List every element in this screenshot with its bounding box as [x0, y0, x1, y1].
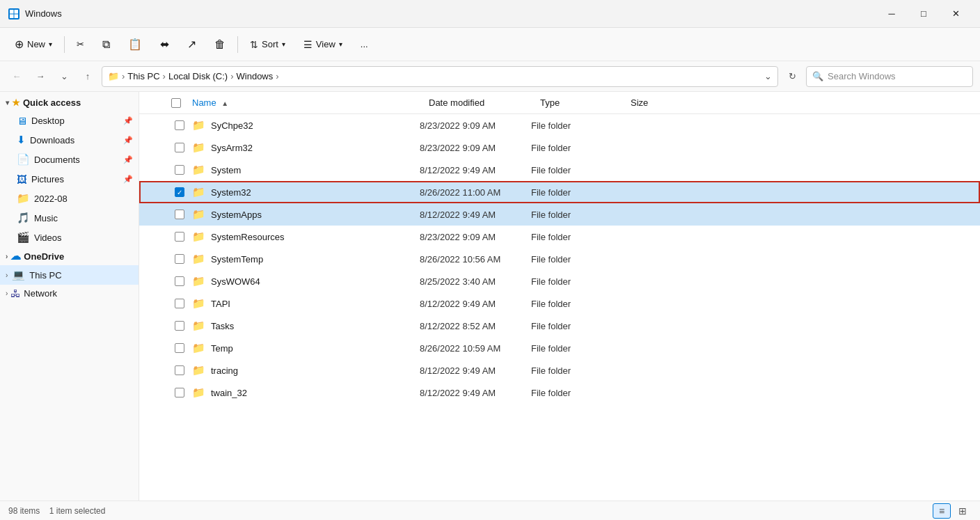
table-row[interactable]: 📁 Tasks 8/12/2022 8:52 AM File folder	[139, 315, 980, 337]
delete-button[interactable]: 🗑	[207, 33, 233, 56]
year-folder-label: 2022-08	[34, 194, 133, 204]
search-placeholder: Search Windows	[828, 71, 896, 81]
search-icon: 🔍	[812, 71, 823, 81]
row-checkbox-box[interactable]	[175, 232, 184, 242]
forward-button[interactable]: →	[31, 67, 50, 86]
column-date[interactable]: Date modified	[429, 97, 540, 108]
table-row[interactable]: 📁 SysWOW64 8/25/2022 3:40 AM File folder	[139, 270, 980, 292]
row-checkbox[interactable]	[171, 388, 188, 397]
onedrive-label: OneDrive	[24, 251, 64, 262]
table-row[interactable]: 📁 SystemTemp 8/26/2022 10:56 AM File fol…	[139, 248, 980, 270]
onedrive-header[interactable]: › ☁ OneDrive	[0, 247, 139, 265]
year-folder-icon: 📁	[17, 192, 30, 205]
column-type[interactable]: Type	[540, 97, 631, 108]
table-row[interactable]: 📁 SystemApps 8/12/2022 9:49 AM File fold…	[139, 203, 980, 226]
column-name-label: Name	[192, 97, 216, 108]
minimize-button[interactable]: ─	[876, 3, 908, 25]
search-bar[interactable]: 🔍 Search Windows	[806, 66, 973, 87]
share-button[interactable]: ↗	[180, 33, 204, 56]
paste-button[interactable]: 📋	[120, 33, 150, 56]
table-row[interactable]: 📁 System 8/12/2022 9:49 AM File folder	[139, 159, 980, 181]
sidebar-item-downloads[interactable]: ⬇ Downloads 📌	[0, 130, 139, 150]
folder-icon: 📁	[192, 208, 205, 221]
row-checkbox[interactable]	[171, 165, 188, 175]
cut-icon: ✂	[77, 39, 84, 49]
row-checkbox-box[interactable]: ✓	[175, 187, 184, 197]
sidebar-item-thispc[interactable]: › 💻 This PC	[0, 265, 139, 285]
sort-button[interactable]: ⇅ Sort ▾	[242, 33, 293, 56]
file-date: 8/12/2022 9:49 AM	[420, 299, 531, 309]
thispc-icon: 💻	[12, 269, 25, 281]
table-row[interactable]: 📁 SyChpe32 8/23/2022 9:09 AM File folder	[139, 114, 980, 136]
table-row[interactable]: 📁 tracing 8/12/2022 9:49 AM File folder	[139, 359, 980, 381]
recent-locations-button[interactable]: ⌄	[54, 67, 74, 86]
file-type: File folder	[531, 143, 622, 153]
row-checkbox-box[interactable]	[175, 254, 184, 264]
documents-icon: 📄	[17, 153, 30, 166]
row-checkbox[interactable]	[171, 276, 188, 286]
sidebar-item-music[interactable]: 🎵 Music	[0, 208, 139, 228]
onedrive-chevron-icon: ›	[6, 253, 8, 260]
table-row[interactable]: 📁 SysArm32 8/23/2022 9:09 AM File folder	[139, 136, 980, 159]
sidebar-item-year-folder[interactable]: 📁 2022-08	[0, 189, 139, 208]
row-checkbox[interactable]	[171, 365, 188, 375]
table-row[interactable]: ✓ 📁 System32 8/26/2022 11:00 AM File fol…	[139, 181, 980, 203]
list-view-button[interactable]: ≡	[933, 503, 951, 519]
view-button[interactable]: ☰ View ▾	[296, 33, 350, 56]
sidebar-item-documents[interactable]: 📄 Documents 📌	[0, 150, 139, 169]
network-header[interactable]: › 🖧 Network	[0, 285, 139, 302]
table-row[interactable]: 📁 SystemResources 8/23/2022 9:09 AM File…	[139, 226, 980, 248]
folder-icon: 📁	[192, 230, 205, 243]
row-checkbox-box[interactable]	[175, 276, 184, 286]
column-size[interactable]: Size	[631, 97, 700, 108]
quick-access-header[interactable]: ▾ ★ Quick access	[0, 95, 139, 111]
close-button[interactable]: ✕	[940, 3, 972, 25]
details-view-button[interactable]: ⊞	[954, 503, 972, 519]
row-checkbox[interactable]	[171, 120, 188, 130]
row-checkbox[interactable]	[171, 299, 188, 308]
videos-label: Videos	[34, 233, 133, 243]
row-checkbox-box[interactable]	[175, 365, 184, 375]
sort-label: Sort	[262, 39, 278, 49]
refresh-button[interactable]: ↻	[782, 67, 802, 86]
row-checkbox-box[interactable]	[175, 165, 184, 175]
up-button[interactable]: ↑	[78, 67, 97, 86]
row-checkbox-box[interactable]	[175, 120, 184, 130]
maximize-button[interactable]: □	[908, 3, 940, 25]
file-name: tracing	[211, 365, 420, 376]
row-checkbox[interactable]	[171, 321, 188, 331]
address-bar[interactable]: 📁 › This PC › Local Disk (C:) › Windows …	[102, 66, 778, 87]
row-checkbox-box[interactable]	[175, 343, 184, 353]
table-row[interactable]: 📁 Temp 8/26/2022 10:59 AM File folder	[139, 337, 980, 359]
sidebar-item-videos[interactable]: 🎬 Videos	[0, 228, 139, 247]
address-dropdown-icon[interactable]: ⌄	[764, 71, 772, 81]
sidebar-item-pictures[interactable]: 🖼 Pictures 📌	[0, 169, 139, 189]
row-checkbox[interactable]	[171, 343, 188, 353]
new-button[interactable]: ⊕ New ▾	[7, 33, 60, 56]
pictures-label: Pictures	[31, 174, 119, 184]
new-chevron-icon: ▾	[49, 40, 52, 48]
copy-button[interactable]: ⧉	[95, 33, 118, 56]
row-checkbox-box[interactable]	[175, 299, 184, 308]
cut-button[interactable]: ✂	[69, 33, 92, 56]
more-button[interactable]: ...	[353, 33, 376, 56]
row-checkbox[interactable]	[171, 254, 188, 264]
row-checkbox-box[interactable]	[175, 210, 184, 219]
row-checkbox-box[interactable]	[175, 321, 184, 331]
table-row[interactable]: 📁 TAPI 8/12/2022 9:49 AM File folder	[139, 292, 980, 315]
back-button[interactable]: ←	[7, 67, 26, 86]
copy-icon: ⧉	[102, 38, 110, 51]
row-checkbox[interactable]	[171, 210, 188, 219]
rename-button[interactable]: ⬌	[152, 33, 177, 56]
row-checkbox[interactable]: ✓	[171, 187, 188, 197]
table-row[interactable]: 📁 twain_32 8/12/2022 9:49 AM File folder	[139, 381, 980, 404]
header-checkbox-box[interactable]	[171, 98, 181, 108]
header-checkbox[interactable]	[171, 98, 188, 108]
row-checkbox[interactable]	[171, 232, 188, 242]
sidebar-item-desktop[interactable]: 🖥 Desktop 📌	[0, 111, 139, 130]
column-name[interactable]: Name ▲	[192, 97, 429, 108]
row-checkbox[interactable]	[171, 143, 188, 152]
row-checkbox-box[interactable]	[175, 143, 184, 152]
row-checkbox-box[interactable]	[175, 388, 184, 397]
file-date: 8/26/2022 11:00 AM	[420, 187, 531, 198]
